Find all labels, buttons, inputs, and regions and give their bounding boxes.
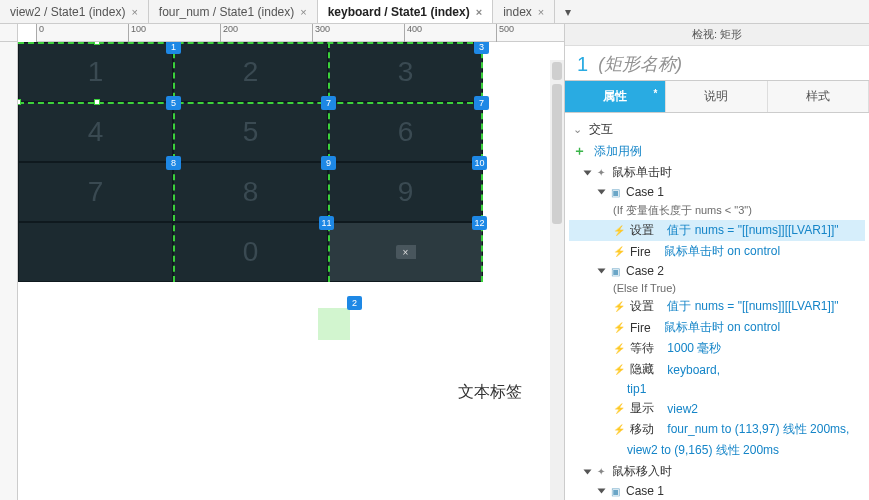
tab-fournum[interactable]: four_num / State1 (index)× [149,0,318,23]
bolt-icon: ✦ [595,466,607,478]
scroll-up[interactable] [552,62,562,80]
bolt-icon: ✦ [595,167,607,179]
action-show[interactable]: ⚡显示 view2 [569,398,865,419]
keypad-widget[interactable]: 1 2 3 4 5 6 7 8 9 0 × [18,42,483,282]
action-wait[interactable]: ⚡等待 1000 毫秒 [569,338,865,359]
key-2[interactable]: 2 [173,42,328,102]
bolt-icon: ⚡ [613,322,625,334]
ruler-corner [0,24,18,42]
ruler-horizontal[interactable]: 0 100 200 300 400 500 [36,24,564,42]
tab-view2[interactable]: view2 / State1 (index)× [0,0,149,23]
key-5[interactable]: 5 [173,102,328,162]
bolt-icon: ⚡ [613,225,625,237]
triangle-icon [598,489,606,494]
event-mousein[interactable]: ✦鼠标移入时 [569,461,865,482]
bolt-icon: ⚡ [613,301,625,313]
design-canvas[interactable]: 1 2 3 4 5 6 7 8 9 0 × [18,42,564,500]
selection-handle[interactable]: 7 [321,96,336,110]
close-icon[interactable]: × [131,6,137,18]
triangle-icon [584,170,592,175]
key-1[interactable]: 1 [18,42,173,102]
action-set-value[interactable]: ⚡设置 值于 nums = "[[nums]][[LVAR1]]" [569,296,865,317]
file-tab-strip: view2 / State1 (index)× four_num / State… [0,0,869,24]
selection-handle[interactable]: 12 [472,216,487,230]
case-1-condition: (If 变量值长度于 nums < "3") [569,201,865,220]
bolt-icon: ⚡ [613,343,625,355]
selection-handle[interactable]: 3 [474,42,489,54]
green-rect[interactable] [318,308,350,340]
tab-properties[interactable]: 属性 [565,81,666,112]
selection-handle[interactable]: 1 [166,42,181,54]
key-4[interactable]: 4 [18,102,173,162]
scroll-thumb[interactable] [552,84,562,224]
tab-index[interactable]: index× [493,0,555,23]
erase-icon: × [396,245,416,259]
tab-keyboard[interactable]: keyboard / State1 (index)× [318,0,493,23]
bolt-icon: ⚡ [613,246,625,258]
text-label-widget[interactable]: 文本标签 [458,382,522,403]
key-0[interactable]: 0 [173,222,328,282]
tab-overflow[interactable]: ▾ [555,0,581,23]
key-3[interactable]: 3 [328,42,483,102]
event-click[interactable]: ✦鼠标单击时 [569,162,865,183]
selection-handle[interactable]: 5 [166,96,181,110]
key-erase[interactable]: × [328,222,483,282]
tab-style[interactable]: 样式 [768,81,869,112]
mousein-case-1[interactable]: ▣Case 1 [569,482,865,500]
action-fire[interactable]: ⚡Fire 鼠标单击时 on control [569,317,865,338]
inspector-body: ⌄交互 ＋添加用例 ✦鼠标单击时 ▣Case 1 (If 变量值长度于 nums… [565,113,869,500]
action-hide[interactable]: ⚡隐藏 keyboard, [569,359,865,380]
case-icon: ▣ [609,485,621,497]
object-name-input[interactable]: (矩形名称) [598,52,682,76]
close-icon[interactable]: × [476,6,482,18]
key-8[interactable]: 8 [173,162,328,222]
tab-notes[interactable]: 说明 [666,81,767,112]
action-fire[interactable]: ⚡Fire 鼠标单击时 on control [569,241,865,262]
case-1[interactable]: ▣Case 1 [569,183,865,201]
inspector-tabs: 属性 说明 样式 [565,80,869,113]
vertical-scrollbar[interactable] [550,60,564,500]
case-2-condition: (Else If True) [569,280,865,296]
key-6[interactable]: 6 [328,102,483,162]
key-blank[interactable] [18,222,173,282]
action-move-cont: view2 to (9,165) 线性 200ms [569,440,865,461]
chevron-down-icon: ⌄ [573,123,582,136]
ruler-vertical[interactable] [0,42,18,500]
action-set-value[interactable]: ⚡设置 值于 nums = "[[nums]][[LVAR1]]" [569,220,865,241]
selection-handle[interactable]: 9 [321,156,336,170]
add-case-link[interactable]: ＋添加用例 [569,140,865,162]
bolt-icon: ⚡ [613,424,625,436]
inspector-panel: 检视: 矩形 1 (矩形名称) 属性 说明 样式 ⌄交互 ＋添加用例 ✦鼠标单击… [565,24,869,500]
selection-handle[interactable]: 11 [319,216,334,230]
selection-handle[interactable]: 8 [166,156,181,170]
key-7[interactable]: 7 [18,162,173,222]
action-move[interactable]: ⚡移动 four_num to (113,97) 线性 200ms, [569,419,865,440]
selection-handle[interactable]: 2 [347,296,362,310]
triangle-icon [584,469,592,474]
close-icon[interactable]: × [300,6,306,18]
triangle-icon [598,269,606,274]
selection-handle[interactable]: 10 [472,156,487,170]
guide-line[interactable] [18,42,483,44]
guide-line[interactable] [18,102,483,104]
case-icon: ▣ [609,265,621,277]
plus-icon: ＋ [573,142,586,160]
object-index: 1 [577,53,588,76]
bolt-icon: ⚡ [613,364,625,376]
section-interaction[interactable]: ⌄交互 [569,119,865,140]
case-icon: ▣ [609,186,621,198]
canvas-area: 0 100 200 300 400 500 1 2 3 4 5 6 7 8 [0,24,565,500]
selection-handle[interactable]: 7 [474,96,489,110]
bolt-icon: ⚡ [613,403,625,415]
case-2[interactable]: ▣Case 2 [569,262,865,280]
close-icon[interactable]: × [538,6,544,18]
key-9[interactable]: 9 [328,162,483,222]
inspector-title: 检视: 矩形 [565,24,869,46]
triangle-icon [598,190,606,195]
action-hide-cont: tip1 [569,380,865,398]
